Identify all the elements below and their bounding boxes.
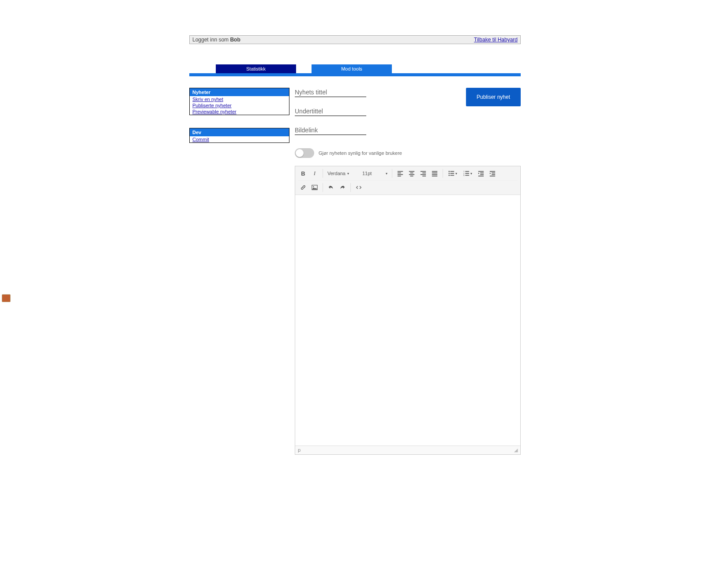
svg-rect-5 xyxy=(451,175,455,176)
publish-news-button[interactable]: Publiser nyhet xyxy=(466,88,521,106)
panel-dev: Dev Commit xyxy=(189,128,289,143)
link-previewable-nyheter[interactable]: Previewable nyheter xyxy=(190,109,289,115)
debug-widget-icon[interactable] xyxy=(2,294,11,302)
panel-dev-header: Dev xyxy=(190,128,289,136)
svg-text:3: 3 xyxy=(463,174,465,176)
align-center-button[interactable] xyxy=(406,168,417,179)
align-right-button[interactable] xyxy=(418,168,428,179)
svg-point-2 xyxy=(449,173,450,174)
news-subtitle-input[interactable] xyxy=(295,107,366,116)
caret-down-icon: ▾ xyxy=(455,172,457,176)
align-left-button[interactable] xyxy=(395,168,406,179)
font-family-select[interactable]: Verdana ▾ xyxy=(326,171,351,176)
tab-statistikk[interactable]: Statistikk xyxy=(216,64,296,73)
rich-text-editor: B I Verdana ▾ 11pt ▾ xyxy=(295,166,521,455)
indent-button[interactable] xyxy=(487,168,498,179)
numbered-list-button[interactable]: 123 ▾ xyxy=(461,168,475,179)
svg-point-0 xyxy=(449,171,450,172)
back-to-habyard-link[interactable]: Tilbake til Habyard xyxy=(474,37,518,43)
toolbar-separator xyxy=(323,183,323,192)
editor-element-path: p xyxy=(298,447,301,453)
align-justify-button[interactable] xyxy=(429,168,440,179)
caret-down-icon: ▾ xyxy=(470,172,472,176)
toolbar-separator xyxy=(443,169,443,178)
redo-button[interactable] xyxy=(337,182,348,193)
bullet-list-button[interactable]: ▾ xyxy=(446,168,460,179)
link-button[interactable] xyxy=(298,182,308,193)
outdent-button[interactable] xyxy=(476,168,486,179)
tabs-underline xyxy=(189,73,521,76)
bold-button[interactable]: B xyxy=(298,168,308,179)
caret-down-icon: ▾ xyxy=(347,172,349,176)
svg-rect-11 xyxy=(466,175,470,176)
logged-in-prefix: Logget inn som xyxy=(192,37,230,43)
editor-content-area[interactable] xyxy=(295,195,520,446)
panel-nyheter-header: Nyheter xyxy=(190,88,289,96)
news-imagelink-input[interactable] xyxy=(295,126,366,135)
font-family-value: Verdana xyxy=(327,171,346,176)
news-title-input[interactable] xyxy=(295,88,366,97)
topbar: Logget inn som Bob Tilbake til Habyard xyxy=(189,35,521,44)
link-commit[interactable]: Commit xyxy=(190,136,289,142)
svg-rect-9 xyxy=(466,173,470,174)
logged-in-status: Logget inn som Bob xyxy=(192,37,240,43)
editor-statusbar: p ◢ xyxy=(295,446,520,454)
italic-button[interactable]: I xyxy=(309,168,320,179)
toolbar-separator xyxy=(392,169,392,178)
editor-resize-handle[interactable]: ◢ xyxy=(514,447,518,453)
svg-point-13 xyxy=(313,186,314,187)
visibility-toggle-label: Gjør nyheten synlig for vanlige brukere xyxy=(319,150,402,156)
image-button[interactable] xyxy=(309,182,320,193)
font-size-value: 11pt xyxy=(362,171,372,176)
editor-toolbar: B I Verdana ▾ 11pt ▾ xyxy=(295,166,520,195)
link-skriv-en-nyhet[interactable]: Skriv en nyhet xyxy=(190,96,289,102)
toggle-knob xyxy=(296,149,304,157)
panel-nyheter: Nyheter Skriv en nyhet Publiserte nyhete… xyxy=(189,88,289,115)
toolbar-separator xyxy=(323,169,323,178)
tab-mod-tools[interactable]: Mod tools xyxy=(312,64,392,73)
source-code-button[interactable] xyxy=(353,182,364,193)
caret-down-icon: ▾ xyxy=(386,172,387,176)
logged-in-username: Bob xyxy=(230,37,240,43)
svg-rect-7 xyxy=(466,171,470,172)
link-publiserte-nyheter[interactable]: Publiserte nyheter xyxy=(190,102,289,109)
undo-button[interactable] xyxy=(326,182,336,193)
svg-rect-1 xyxy=(451,171,455,172)
svg-rect-3 xyxy=(451,173,455,174)
font-size-select[interactable]: 11pt ▾ xyxy=(361,171,389,176)
toolbar-separator xyxy=(350,183,351,192)
visibility-toggle[interactable] xyxy=(295,148,314,158)
svg-point-4 xyxy=(449,175,450,176)
